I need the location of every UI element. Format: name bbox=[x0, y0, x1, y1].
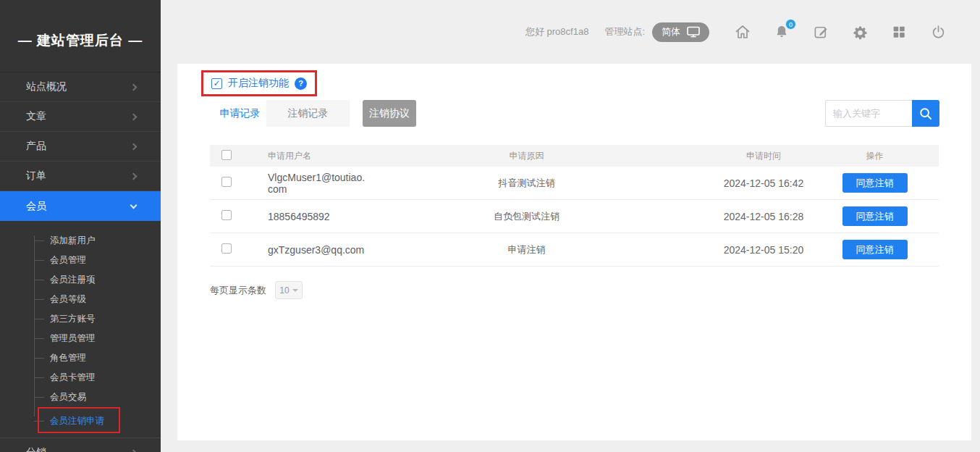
time-cell: 2024-12-05 16:42 bbox=[637, 177, 840, 189]
settings-button[interactable] bbox=[851, 23, 869, 41]
sidebar-item-label: 分销 bbox=[26, 446, 46, 452]
table-row: gxTzguser3@qq.com 申请注销 2024-12-05 15:20 … bbox=[210, 233, 939, 267]
search-input[interactable] bbox=[825, 100, 912, 127]
submenu-item-label: 会员注销申请 bbox=[50, 416, 104, 426]
logout-button[interactable] bbox=[929, 23, 947, 41]
grid-icon bbox=[891, 24, 907, 40]
row-checkbox[interactable] bbox=[221, 177, 232, 187]
row-checkbox[interactable] bbox=[221, 243, 232, 254]
sidebar-item-distribution[interactable]: 分销 bbox=[0, 438, 161, 452]
chevron-right-icon bbox=[130, 172, 138, 180]
members-submenu: 添加新用户 会员管理 会员注册项 会员等级 第三方账号 管理员管理 角色管理 会… bbox=[0, 221, 161, 435]
main-content-card: ✓ 开启注销功能 ? 申请记录 注销记录 注销协议 申请用户名 申请原因 申请时… bbox=[177, 64, 971, 440]
sidebar-item-orders[interactable]: 订单 bbox=[0, 162, 161, 191]
sidebar-item-members[interactable]: 会员 bbox=[0, 191, 161, 221]
select-all-checkbox[interactable] bbox=[221, 150, 232, 160]
tab-cancellation-records[interactable]: 注销记录 bbox=[266, 100, 350, 127]
agree-cancellation-button[interactable]: 同意注销 bbox=[842, 173, 908, 193]
sidebar: — 建站管理后台 — 站点概况 文章 产品 订单 会员 添加新用户 会员管理 会… bbox=[0, 0, 161, 452]
reason-cell: 申请注销 bbox=[449, 243, 637, 256]
submenu-item-registration-fields[interactable]: 会员注册项 bbox=[0, 270, 161, 290]
sidebar-item-articles[interactable]: 文章 bbox=[0, 102, 161, 132]
notification-badge: 0 bbox=[785, 19, 796, 30]
agree-cancellation-button[interactable]: 同意注销 bbox=[842, 240, 908, 259]
agree-cancellation-button[interactable]: 同意注销 bbox=[842, 206, 908, 226]
submenu-item-admin-management[interactable]: 管理员管理 bbox=[0, 329, 161, 348]
power-icon bbox=[930, 24, 947, 41]
chevron-down-icon bbox=[130, 201, 138, 209]
sidebar-item-site-overview[interactable]: 站点概况 bbox=[0, 72, 161, 102]
chevron-down-icon bbox=[292, 289, 298, 292]
tab-bar: 申请记录 注销记录 注销协议 bbox=[214, 100, 416, 127]
home-button[interactable] bbox=[734, 23, 751, 41]
col-header-time: 申请时间 bbox=[637, 150, 840, 162]
submenu-item-member-management[interactable]: 会员管理 bbox=[0, 251, 161, 270]
sidebar-item-label: 订单 bbox=[26, 170, 46, 183]
page-size-select[interactable]: 10 bbox=[275, 281, 303, 299]
search-icon bbox=[918, 106, 933, 121]
reason-cell: 自负包测试注销 bbox=[449, 210, 637, 223]
table-row: 18856495892 自负包测试注销 2024-12-05 16:28 同意注… bbox=[210, 200, 939, 233]
search-bar bbox=[825, 100, 939, 127]
enable-cancellation-toggle-group: ✓ 开启注销功能 ? bbox=[201, 70, 317, 96]
sidebar-item-label: 产品 bbox=[26, 140, 46, 153]
notifications-button[interactable]: 0 bbox=[773, 23, 790, 41]
chevron-right-icon bbox=[130, 83, 138, 91]
gear-icon bbox=[852, 24, 869, 41]
apps-button[interactable] bbox=[890, 23, 908, 41]
submenu-item-member-transactions[interactable]: 会员交易 bbox=[0, 388, 161, 407]
tab-application-records[interactable]: 申请记录 bbox=[214, 100, 266, 127]
edit-button[interactable] bbox=[812, 23, 829, 41]
tab-cancellation-agreement[interactable]: 注销协议 bbox=[363, 100, 416, 127]
username-cell: gxTzguser3@qq.com bbox=[268, 244, 364, 256]
language-label: 简体 bbox=[662, 25, 680, 38]
sidebar-item-label: 站点概况 bbox=[26, 80, 67, 93]
chevron-right-icon bbox=[130, 113, 138, 120]
submenu-item-cancellation-requests[interactable]: 会员注销申请 bbox=[0, 411, 161, 431]
language-switch-pill[interactable]: 简体 bbox=[652, 22, 709, 42]
username-cell: VlgcMuser1@toutiao.com bbox=[268, 172, 369, 195]
chevron-right-icon bbox=[130, 449, 138, 452]
time-cell: 2024-12-05 15:20 bbox=[637, 244, 840, 256]
col-header-username: 申请用户名 bbox=[246, 150, 449, 162]
app-title: — 建站管理后台 — bbox=[0, 0, 161, 72]
username-cell: 18856495892 bbox=[268, 211, 330, 222]
requests-table: 申请用户名 申请原因 申请时间 操作 VlgcMuser1@toutiao.co… bbox=[210, 145, 939, 267]
table-header-row: 申请用户名 申请原因 申请时间 操作 bbox=[210, 145, 939, 167]
col-header-reason: 申请原因 bbox=[449, 150, 637, 162]
submenu-item-third-party-accounts[interactable]: 第三方账号 bbox=[0, 309, 161, 329]
enable-cancellation-checkbox[interactable]: ✓ bbox=[211, 78, 222, 89]
search-button[interactable] bbox=[912, 100, 939, 127]
col-header-action: 操作 bbox=[840, 150, 939, 162]
time-cell: 2024-12-05 16:28 bbox=[637, 211, 840, 222]
submenu-item-member-cards[interactable]: 会员卡管理 bbox=[0, 368, 161, 388]
submenu-item-add-user[interactable]: 添加新用户 bbox=[0, 231, 161, 251]
page-size-label: 每页显示条数 bbox=[210, 284, 266, 297]
home-icon bbox=[734, 23, 751, 41]
submenu-item-member-levels[interactable]: 会员等级 bbox=[0, 290, 161, 309]
row-checkbox[interactable] bbox=[221, 210, 232, 220]
submenu-item-role-management[interactable]: 角色管理 bbox=[0, 348, 161, 368]
sidebar-nav: 站点概况 文章 产品 订单 会员 添加新用户 会员管理 会员注册项 会员等级 第… bbox=[0, 72, 161, 435]
chevron-right-icon bbox=[130, 143, 138, 150]
sidebar-item-label: 会员 bbox=[26, 200, 46, 213]
table-row: VlgcMuser1@toutiao.com 抖音测试注销 2024-12-05… bbox=[210, 167, 939, 200]
help-icon[interactable]: ? bbox=[295, 78, 307, 90]
edit-icon bbox=[813, 24, 829, 41]
sidebar-item-products[interactable]: 产品 bbox=[0, 132, 161, 162]
reason-cell: 抖音测试注销 bbox=[449, 177, 637, 190]
page-size-value: 10 bbox=[279, 285, 289, 296]
enable-cancellation-label: 开启注销功能 bbox=[228, 77, 289, 90]
monitor-icon bbox=[687, 26, 700, 38]
manage-site-label: 管理站点: bbox=[604, 25, 645, 38]
user-greeting: 您好 pro8cf1a8 bbox=[525, 25, 588, 38]
topbar: 您好 pro8cf1a8 管理站点: 简体 0 bbox=[161, 0, 980, 64]
pagination-bar: 每页显示条数 10 bbox=[210, 281, 303, 299]
sidebar-item-label: 文章 bbox=[26, 110, 46, 123]
